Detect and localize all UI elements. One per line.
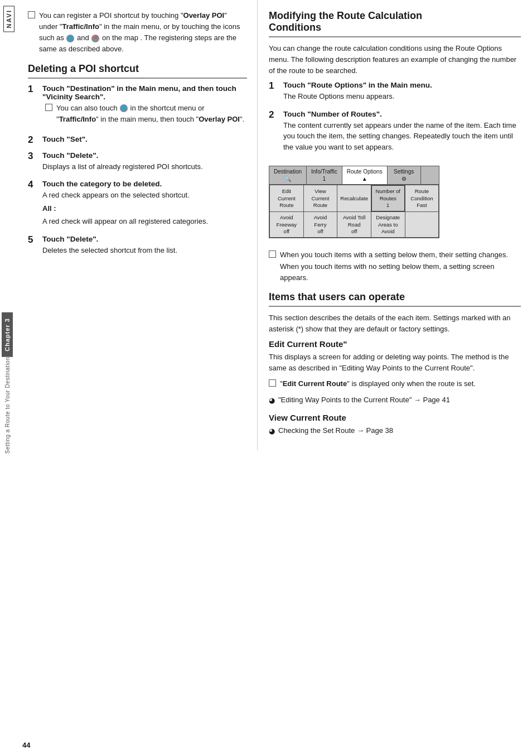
step-4: 4 Touch the category to be deleted. A re… xyxy=(28,180,247,229)
edit-current-arrow1: ◕ "Editing Way Points to the Current Rou… xyxy=(269,394,521,406)
ui-tab-route-options: Route Options ▲ xyxy=(342,166,388,184)
right-column: Modifying the Route CalculationCondition… xyxy=(258,0,532,450)
edit-current-body: This displays a screen for adding or del… xyxy=(269,351,521,374)
step-4-content: Touch the category to be deleted. A red … xyxy=(42,180,247,229)
delete-heading: Deleting a POI shortcut xyxy=(28,63,247,79)
edit-current-arrow-text: "Editing Way Points to the Current Route… xyxy=(278,394,521,406)
view-current-arrow: ◕ Checking the Set Route → Page 38 xyxy=(269,425,521,437)
items-heading: Items that users can operate xyxy=(269,291,521,307)
ui-cell-avoid-freeway: AvoidFreewayoff xyxy=(270,212,303,237)
navi-label: NAVI xyxy=(3,6,14,32)
step-1-sub: You can also touch 🌐 in the shortcut men… xyxy=(45,103,247,125)
ui-cell-view-current: ViewCurrentRoute xyxy=(304,185,337,211)
ui-tabs: Destination 🔍 Info/Traffic 1 Route Optio… xyxy=(269,166,439,185)
step-3-title: Touch "Delete". xyxy=(42,151,247,160)
left-column: You can register a POI shortcut by touch… xyxy=(18,0,258,450)
settings-icon: ⚙ xyxy=(392,175,416,182)
ui-cell-recalculate: Recalculate xyxy=(337,185,371,211)
right-step-2: 2 Touch "Number of Routes". The content … xyxy=(269,110,521,155)
arrow-icon-2: ◕ xyxy=(269,426,275,437)
view-current-arrow-text: Checking the Set Route → Page 38 xyxy=(278,425,521,436)
destination-icon: 🔍 xyxy=(274,175,302,182)
when-touch-icon xyxy=(269,251,276,258)
ui-cell-avoid-toll: Avoid TollRoadoff xyxy=(337,212,371,237)
right-step-1-num: 1 xyxy=(269,80,281,92)
edit-current-subheading: Edit Current Route" xyxy=(269,339,521,349)
when-touch-bullet: When you touch items with a setting belo… xyxy=(269,249,521,283)
when-touch-text: When you touch items with a setting belo… xyxy=(280,249,521,283)
ui-grid: EditCurrentRoute ViewCurrentRoute Recalc… xyxy=(269,185,439,238)
right-step-1-body: The Route Options menu appears. xyxy=(283,91,521,102)
right-step-1: 1 Touch "Route Options" in the Main menu… xyxy=(269,81,521,104)
items-intro: This section describes the details of th… xyxy=(269,312,521,335)
step-1-num: 1 xyxy=(28,84,40,95)
right-step-2-body: The content currently set appears under … xyxy=(283,120,521,153)
step-1-bullet: You can also touch 🌐 in the shortcut men… xyxy=(45,103,247,125)
step-5-content: Touch "Delete". Deletes the selected sho… xyxy=(42,235,247,258)
modifying-heading: Modifying the Route CalculationCondition… xyxy=(269,10,521,37)
intro-bullet: You can register a POI shortcut by touch… xyxy=(28,10,247,55)
step-5-title: Touch "Delete". xyxy=(42,235,247,243)
step-4-num: 4 xyxy=(28,179,40,190)
main-content: You can register a POI shortcut by touch… xyxy=(18,0,532,450)
step-1: 1 Touch "Destination" in the Main menu, … xyxy=(28,84,247,129)
step-2-title: Touch "Set". xyxy=(42,135,247,143)
modifying-intro: You can change the route calculation con… xyxy=(269,43,521,76)
step-1-title: Touch "Destination" in the Main menu, an… xyxy=(42,84,247,101)
step-5: 5 Touch "Delete". Deletes the selected s… xyxy=(28,235,247,258)
destination-label: Destination xyxy=(274,168,302,175)
step-2: 2 Touch "Set". xyxy=(28,135,247,146)
step-3-body: Displays a list of already registered PO… xyxy=(42,161,247,172)
step-4-title: Touch the category to be deleted. xyxy=(42,180,247,188)
route-options-icon: ▲ xyxy=(347,175,383,182)
step-4-all-body: A red check will appear on all registere… xyxy=(42,216,247,227)
poi-icon-2: 📍 xyxy=(91,35,99,42)
right-step-2-title: Touch "Number of Routes". xyxy=(283,110,521,118)
step-3-num: 3 xyxy=(28,151,40,162)
step-2-content: Touch "Set". xyxy=(42,135,247,145)
edit-current-cb-text: "Edit Current Route" is displayed only w… xyxy=(280,378,521,389)
step-4-body1: A red check appears on the selected shor… xyxy=(42,190,247,201)
ui-tab-settings: Settings ⚙ xyxy=(388,166,421,184)
step-1-content: Touch "Destination" in the Main menu, an… xyxy=(42,84,247,129)
settings-label: Settings xyxy=(394,168,414,175)
step-1-cb-icon xyxy=(45,104,52,111)
step-4-all: All : xyxy=(42,203,247,214)
ui-cell-route-condition: RouteConditionFast xyxy=(405,185,439,211)
step-1-sub-text: You can also touch 🌐 in the shortcut men… xyxy=(56,103,247,125)
ui-cell-designate-areas: DesignateAreas toAvoid xyxy=(371,212,405,237)
setting-label: Setting a Route to Your Destination xyxy=(4,357,11,454)
right-step-1-content: Touch "Route Options" in the Main menu. … xyxy=(283,81,521,104)
right-step-1-title: Touch "Route Options" in the Main menu. xyxy=(283,81,521,89)
ui-tab-info: Info/Traffic 1 xyxy=(307,166,342,184)
edit-current-cb-icon xyxy=(269,379,276,387)
right-step-2-num: 2 xyxy=(269,109,281,121)
chapter-label: Chapter 3 xyxy=(2,312,13,357)
ui-cell-edit-current: EditCurrentRoute xyxy=(270,185,303,211)
ui-cell-empty xyxy=(405,212,439,237)
route-options-label: Route Options xyxy=(347,168,383,175)
step-2-num: 2 xyxy=(28,134,40,146)
intro-text: You can register a POI shortcut by touch… xyxy=(39,10,247,55)
ui-cell-number-routes: Number ofRoutes1 xyxy=(371,185,405,211)
page-number: 44 xyxy=(22,741,30,749)
ui-mockup: Destination 🔍 Info/Traffic 1 Route Optio… xyxy=(269,166,439,238)
shortcut-icon: 🌐 xyxy=(120,104,128,112)
poi-icon-1: 🌐 xyxy=(66,35,74,42)
ui-tab-destination: Destination 🔍 xyxy=(269,166,307,184)
right-step-2-content: Touch "Number of Routes". The content cu… xyxy=(283,110,521,155)
step-5-num: 5 xyxy=(28,234,40,245)
arrow-icon-1: ◕ xyxy=(269,395,275,406)
info-label: Info/Traffic xyxy=(311,168,337,175)
step-5-body: Deletes the selected shortcut from the l… xyxy=(42,245,247,256)
step-3: 3 Touch "Delete". Displays a list of alr… xyxy=(28,151,247,175)
ui-cell-avoid-ferry: AvoidFerryoff xyxy=(304,212,337,237)
info-icon: 1 xyxy=(311,175,337,182)
side-labels: NAVI Chapter 3 Setting a Route to Your D… xyxy=(0,0,18,756)
step-3-content: Touch "Delete". Displays a list of alrea… xyxy=(42,151,247,175)
checkbox-icon xyxy=(28,11,35,18)
edit-current-bullet1: "Edit Current Route" is displayed only w… xyxy=(269,378,521,389)
view-current-subheading: View Current Route xyxy=(269,413,521,422)
